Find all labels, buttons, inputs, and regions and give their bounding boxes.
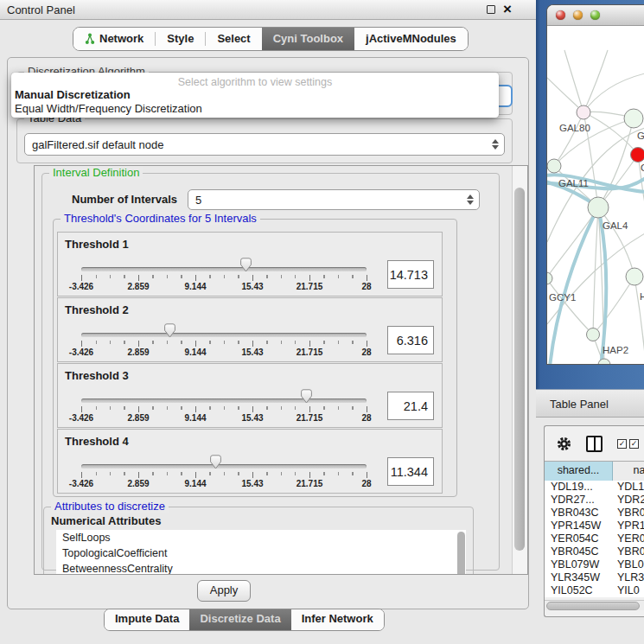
slider-track[interactable] (81, 399, 367, 403)
checkbox-icon[interactable]: ✓ (629, 439, 639, 449)
network-node[interactable] (588, 197, 609, 218)
close-traffic-light-icon[interactable] (556, 10, 565, 20)
cyni-toolbox-panel: Discretization Algorithm Table Data galF… (7, 57, 529, 609)
attributes-group: Attributes to discretize Numerical Attri… (43, 507, 474, 575)
table-row[interactable]: YPR145WYPR1 (545, 520, 644, 532)
cell-name[interactable]: YBR0 (613, 545, 644, 558)
table-data-group: Table Data galFiltered.sif default node (16, 118, 513, 163)
network-window-titlebar[interactable] (547, 5, 644, 26)
network-node-label: GAL80 (559, 123, 590, 133)
table-data-combobox[interactable]: galFiltered.sif default node (24, 133, 505, 156)
cell-shared-name[interactable]: YER054C (545, 532, 613, 545)
numerical-attributes-list[interactable]: SelfLoopsTopologicalCoefficientBetweenne… (56, 530, 466, 575)
table-row[interactable]: YDR27...YDR2 (545, 494, 644, 507)
threshold-value-field[interactable]: 21.4 (387, 392, 434, 420)
settings-vertical-scrollbar[interactable] (512, 166, 527, 574)
table-horizontal-scrollbar[interactable] (545, 600, 644, 610)
attribute-list-item[interactable]: TopologicalCoefficient (56, 545, 466, 561)
table-row[interactable]: YBL079WYBL0 (545, 558, 644, 571)
algorithm-option[interactable]: Manual Discretization (15, 88, 131, 101)
slider-track[interactable] (81, 333, 367, 337)
list-scrollbar[interactable] (456, 530, 466, 575)
network-node[interactable] (547, 159, 561, 173)
scale-label: 28 (361, 348, 371, 357)
number-of-intervals-value: 5 (195, 194, 201, 207)
scale-label: 2.859 (127, 413, 149, 423)
table-row[interactable]: YLR345WYLR3 (545, 571, 644, 584)
split-columns-icon[interactable] (586, 436, 603, 452)
cell-shared-name[interactable]: YBR045C (545, 545, 613, 558)
slider-thumb[interactable] (163, 323, 176, 341)
algorithm-option[interactable]: Equal Width/Frequency Discretization (15, 102, 202, 115)
column-header-name[interactable]: na (613, 462, 644, 481)
table-row[interactable]: YBR045CYBR0 (545, 545, 644, 558)
network-node[interactable] (626, 268, 643, 285)
network-view-window[interactable]: GAL80GACGAL11GAL4GCY1HHAP2 (546, 4, 644, 365)
cell-name[interactable]: YBR0 (613, 507, 644, 520)
network-canvas[interactable]: GAL80GACGAL11GAL4GCY1HHAP2 (547, 26, 644, 364)
cell-shared-name[interactable]: YPR145W (545, 520, 613, 532)
slider-thumb[interactable] (300, 389, 313, 407)
table-row[interactable]: YER054CYER0 (545, 532, 644, 545)
table-row[interactable]: YBR043CYBR0 (545, 507, 644, 520)
network-edge (547, 278, 593, 335)
network-node[interactable] (577, 105, 590, 119)
attribute-list-item[interactable]: SelfLoops (56, 530, 466, 545)
bottom-tab-impute-data[interactable]: Impute Data (105, 609, 189, 630)
tab-select[interactable]: Select (206, 28, 261, 50)
cell-name[interactable]: YLR3 (613, 571, 644, 584)
cell-shared-name[interactable]: YDL19... (545, 481, 613, 494)
close-icon[interactable]: × (503, 0, 512, 19)
network-node[interactable] (631, 148, 644, 163)
cell-name[interactable]: YDR2 (613, 494, 644, 507)
slider-track[interactable] (81, 267, 367, 271)
cell-shared-name[interactable]: YLR345W (545, 571, 613, 584)
checkbox-icon[interactable]: ✓ (617, 439, 627, 449)
zoom-traffic-light-icon[interactable] (590, 10, 600, 20)
cell-shared-name[interactable]: YBL079W (545, 558, 613, 571)
table-row[interactable]: YDL19...YDL1 (545, 481, 644, 494)
bottom-tab-infer-network[interactable]: Infer Network (291, 609, 384, 630)
scale-label: 15.43 (241, 479, 263, 488)
cell-name[interactable]: YER0 (613, 532, 644, 545)
number-of-intervals-label: Number of Intervals (72, 193, 177, 206)
network-node[interactable] (587, 328, 600, 341)
minimize-traffic-light-icon[interactable] (573, 10, 583, 20)
scrollbar-thumb[interactable] (546, 602, 640, 610)
slider-thumb[interactable] (239, 258, 252, 276)
threshold-value-field[interactable]: 6.316 (387, 326, 434, 354)
cell-shared-name[interactable]: YDR27... (545, 494, 613, 507)
threshold-value-field[interactable]: 11.344 (387, 457, 434, 486)
column-header-shared[interactable]: shared... (545, 462, 613, 481)
cell-name[interactable]: YPR1 (613, 520, 644, 532)
network-edge (583, 50, 608, 112)
tab-jactivemnodules[interactable]: jActiveMNodules (354, 28, 468, 50)
attribute-list-item[interactable]: BetweennessCentrality (56, 561, 466, 575)
scale-label: 21.715 (296, 479, 323, 488)
number-of-intervals-combobox[interactable]: 5 (188, 189, 480, 210)
combo-spinner-icon (467, 194, 474, 205)
cell-shared-name[interactable]: YBR043C (545, 507, 613, 520)
threshold-value-field[interactable]: 14.713 (387, 260, 434, 289)
tab-label: Select (217, 29, 250, 49)
gear-icon[interactable] (557, 437, 571, 451)
float-window-icon[interactable] (487, 5, 495, 14)
network-node[interactable] (547, 272, 552, 284)
tab-cyni-toolbox[interactable]: Cyni Toolbox (262, 28, 354, 50)
scrollbar-thumb[interactable] (514, 188, 525, 551)
table-panel-titlebar: Table Panel (536, 389, 644, 418)
tab-style[interactable]: Style (156, 28, 205, 50)
cell-name[interactable]: YDL1 (613, 481, 644, 494)
network-node[interactable] (624, 109, 643, 128)
bottom-tab-discretize-data[interactable]: Discretize Data (189, 609, 290, 630)
cell-shared-name[interactable]: YIL052C (545, 584, 613, 597)
table-row[interactable]: YIL052CYIL0 (545, 584, 644, 597)
slider-thumb[interactable] (209, 455, 222, 473)
cell-name[interactable]: YBL0 (613, 558, 644, 571)
scale-label: 9.144 (184, 479, 206, 488)
tab-network[interactable]: Network (73, 28, 155, 50)
cell-name[interactable]: YIL0 (613, 584, 640, 597)
apply-button[interactable]: Apply (197, 580, 251, 602)
control-panel-tabbar: NetworkStyleSelectCyni ToolboxjActiveMNo… (73, 27, 469, 51)
slider-track[interactable] (81, 464, 367, 469)
